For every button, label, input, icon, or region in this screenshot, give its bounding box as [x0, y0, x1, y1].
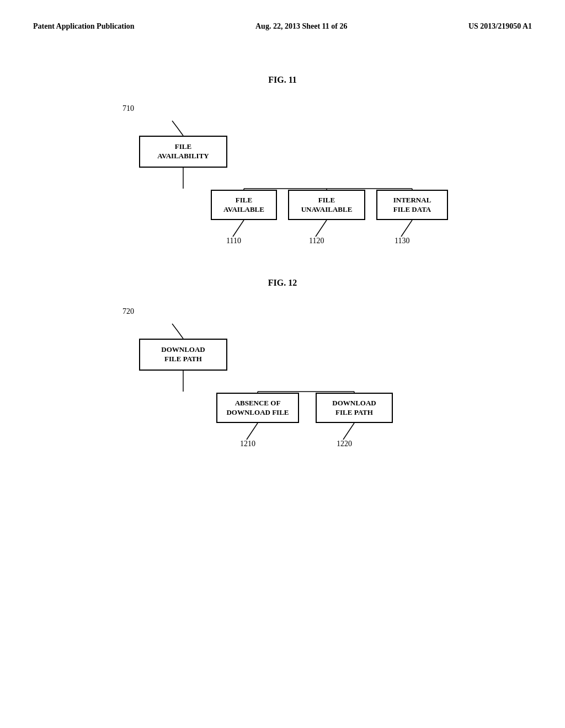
- fig11-label: FIG. 11: [33, 75, 532, 85]
- node-720-label: 720: [122, 307, 134, 316]
- fig11-diagram: 710 FILE AVAILABILITY FILE AVAILABLE FIL…: [73, 101, 492, 256]
- header-center: Aug. 22, 2013 Sheet 11 of 26: [255, 22, 347, 31]
- node-1130-label: 1130: [395, 237, 409, 245]
- fig11-child3-text: INTERNAL FILE DATA: [393, 196, 431, 215]
- fig12-child1-box: ABSENCE OF DOWNLOAD FILE: [216, 393, 299, 423]
- fig12-child1-text: ABSENCE OF DOWNLOAD FILE: [226, 399, 289, 417]
- fig12-label: FIG. 12: [33, 278, 532, 288]
- fig11-root-box: FILE AVAILABILITY: [139, 136, 227, 168]
- fig11-connectors: [73, 101, 492, 256]
- fig11-child1-box: FILE AVAILABLE: [211, 190, 277, 220]
- fig12-section: FIG. 12 720: [33, 278, 532, 459]
- fig11-child1-text: FILE AVAILABLE: [223, 196, 264, 215]
- fig11-child2-box: FILE UNAVAILABLE: [288, 190, 365, 220]
- node-1210-label: 1210: [240, 440, 255, 448]
- fig11-child2-text: FILE UNAVAILABLE: [301, 196, 353, 215]
- fig12-connectors: [73, 304, 492, 459]
- node-1110-label: 1110: [226, 237, 241, 245]
- node-710-label: 710: [122, 104, 134, 113]
- node-1220-label: 1220: [337, 440, 352, 448]
- fig12-diagram: 720 DOWNLOAD FILE PATH ABSENCE OF DOWNLO…: [73, 304, 492, 459]
- fig11-section: FIG. 11: [33, 75, 532, 256]
- fig12-root-box: DOWNLOAD FILE PATH: [139, 339, 227, 371]
- page-header: Patent Application Publication Aug. 22, …: [33, 22, 532, 31]
- node-1120-label: 1120: [309, 237, 324, 245]
- page: Patent Application Publication Aug. 22, …: [0, 0, 565, 728]
- fig12-root-text: DOWNLOAD FILE PATH: [161, 345, 205, 364]
- header-left: Patent Application Publication: [33, 22, 135, 31]
- fig12-child2-box: DOWNLOAD FILE PATH: [316, 393, 393, 423]
- header-right: US 2013/219050 A1: [468, 22, 532, 31]
- fig11-child3-box: INTERNAL FILE DATA: [376, 190, 448, 220]
- fig12-child2-text: DOWNLOAD FILE PATH: [332, 399, 376, 417]
- fig11-root-text: FILE AVAILABILITY: [157, 142, 209, 161]
